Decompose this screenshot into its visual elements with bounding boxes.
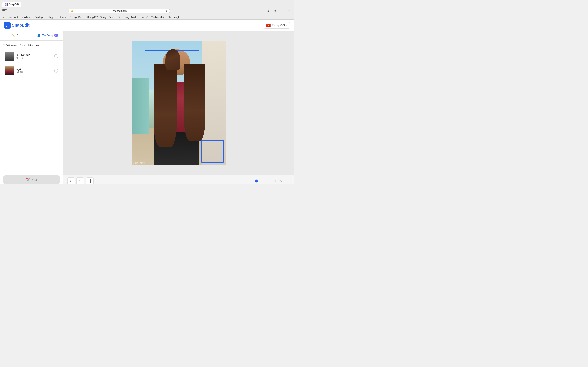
object-thumbnail-bag [5,52,14,61]
object-confidence-bag: 96.3% [16,57,52,59]
bookmark-da-duyet[interactable]: Đã duyệt [35,16,44,18]
auto-person-icon: 👤 [37,33,41,37]
delete-label: Xóa [32,178,37,182]
canvas-area[interactable]: Fox's House [63,31,294,175]
person-body [150,47,212,165]
main-content: Fox's House ↩ ↪ ▐ [63,31,294,184]
object-thumbnail-person [5,66,14,75]
person-hair-long-right [184,64,205,142]
plus-icon: + [286,179,288,183]
bookmarks-bar: ⠿ Facebook YouTube Đã duyệt Nhập Pintere… [0,15,294,19]
object-list: túi xách tay 96.3% người 99.7% [3,50,60,77]
photo-container: Fox's House [132,41,226,165]
flag-icon: 🇻🇳 [266,23,270,27]
download-btn[interactable]: ⬇ [266,8,271,13]
zoom-in-button[interactable]: + [284,178,290,184]
delete-button[interactable]: ✂️ Xóa [3,175,60,184]
object-info-person: người 99.7% [16,67,52,74]
object-radio-person[interactable] [54,68,58,73]
object-item-person[interactable]: người 99.7% [3,64,60,77]
photo-background: Fox's House [132,41,226,165]
tab-title: SnapEdit [9,3,19,6]
tab-bar: SnapEdit [0,0,294,7]
photo-inner [132,41,226,165]
object-info-bag: túi xách tay 96.3% [16,53,52,59]
bottom-toolbar: ↩ ↪ ▐ − 100 % + [63,175,294,184]
sidebar-tabs: ✏️ Cọ 👤 Tự động AI [0,31,63,41]
undo-button[interactable]: ↩ [67,177,75,184]
bag-thumb-image [5,52,14,61]
browser-controls: ← → 🔒 snapedit.app ↻ ⬇ ⬆ + ⊞ [0,7,294,15]
bookmark-media-mail[interactable]: Media - Mail [151,16,164,18]
app-body: ✏️ Cọ 👤 Tự động AI 2 đối tượng được nhận… [0,31,294,184]
bookmark-youtube[interactable]: YouTube [22,16,31,18]
sidebar-toggle-btn[interactable] [2,9,7,13]
person-hair-long-left [154,64,177,147]
bookmark-cho-duyet[interactable]: Chờ duyệt [168,16,179,18]
person-thumb-image [5,66,14,75]
grid-btn[interactable]: ⊞ [287,8,292,13]
reload-icon[interactable]: ↻ [165,9,168,12]
app-header: S SnapEdit 🇻🇳 Tiếng Việt ▾ [0,20,294,31]
undo-icon: ↩ [70,179,72,183]
object-name-bag: túi xách tay [16,53,52,56]
zoom-out-button[interactable]: − [242,178,249,184]
scissors-icon: ✂️ [26,178,30,182]
ai-badge: AI [54,34,58,37]
app-container: S SnapEdit 🇻🇳 Tiếng Việt ▾ ✏️ Cọ 👤 Tự độ… [0,20,294,184]
tab-manual[interactable]: ✏️ Cọ [0,31,32,40]
bookmark-pinterest[interactable]: Pinterest [57,16,66,18]
back-button[interactable]: ← [8,8,13,13]
bg-wall-left [132,78,149,134]
chevron-down-icon: ▾ [286,24,288,27]
sidebar-content: 2 đối tượng được nhận dạng túi xách tay … [0,41,63,172]
split-view-button[interactable]: ▐ [86,177,94,184]
tab-auto-label: Tự động [42,34,53,37]
address-bar[interactable]: 🔒 snapedit.app ↻ [68,8,170,13]
object-name-person: người [16,67,52,71]
language-selector[interactable]: 🇻🇳 Tiếng Việt ▾ [264,22,290,29]
object-radio-bag[interactable] [54,54,58,58]
toolbar-left: ↩ ↪ ▐ [67,177,94,184]
tab-favicon [5,3,8,6]
new-tab-btn[interactable]: + [280,8,285,13]
active-tab[interactable]: SnapEdit [2,2,21,7]
redo-button[interactable]: ↪ [76,177,84,184]
redo-icon: ↪ [79,179,81,183]
sidebar-footer: ✂️ Xóa [0,172,63,184]
browser-actions: ⬇ ⬆ + ⊞ [266,8,292,13]
toolbar-right: − 100 % + [242,178,290,184]
svg-rect-0 [5,3,7,6]
tab-manual-label: Cọ [17,34,20,37]
lock-icon: 🔒 [71,10,74,12]
person-hair [165,49,181,70]
zoom-slider[interactable] [251,181,271,182]
language-label: Tiếng Việt [272,24,285,27]
minus-icon: − [245,179,247,183]
pencil-icon: ✏️ [11,33,15,37]
svg-text:S: S [5,24,8,27]
bookmark-facebook[interactable]: Facebook [8,16,18,18]
watermark-text: Fox's House [133,162,145,164]
bookmark-tinh-te[interactable]: | Tinh tế [139,16,148,18]
forward-button[interactable]: → [15,8,20,13]
bookmark-nhap[interactable]: Nhập [48,16,53,18]
share-btn[interactable]: ⬆ [273,8,278,13]
browser-chrome: SnapEdit ← → 🔒 snapedit.app ↻ ⬇ ⬆ + ⊞ ⠿ … [0,0,294,20]
detection-count-label: 2 đối tượng được nhận dạng [3,44,60,47]
bookmark-google-dich[interactable]: Google Dịch [70,16,83,18]
tab-auto[interactable]: 👤 Tự động AI [32,31,63,40]
sidebar: ✏️ Cọ 👤 Tự động AI 2 đối tượng được nhận… [0,31,63,184]
bookmark-apps[interactable]: ⠿ [2,16,4,18]
object-confidence-person: 99.7% [16,71,52,74]
split-icon: ▐ [89,179,91,183]
url-text: snapedit.app [75,9,164,12]
bookmark-gia-khang[interactable]: Gia Khang - Mail [117,16,136,18]
object-item-bag[interactable]: túi xách tay 96.3% [3,50,60,63]
logo-text: SnapEdit [12,23,30,27]
logo: S SnapEdit [4,22,30,29]
logo-icon: S [4,22,11,29]
bookmark-khang102[interactable]: Khang102 - Google Drive [86,16,114,18]
zoom-value-label: 100 % [273,179,282,183]
